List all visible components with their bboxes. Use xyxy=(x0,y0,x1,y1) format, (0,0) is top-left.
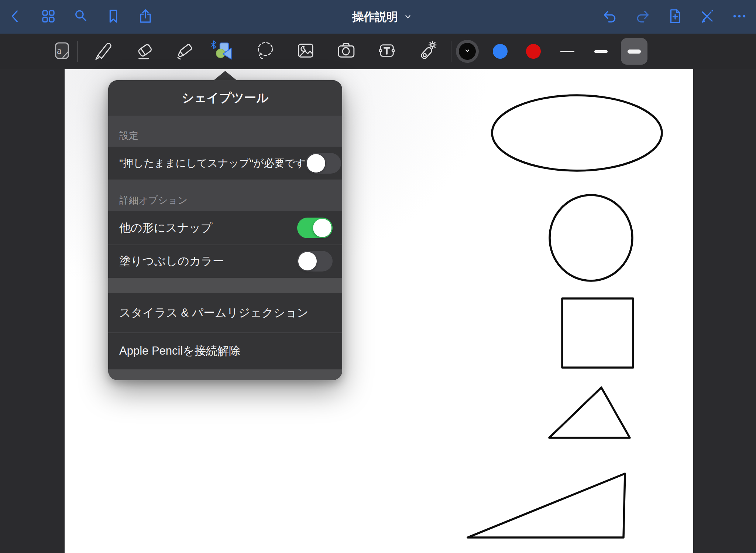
more-button[interactable] xyxy=(728,6,750,28)
shape-tool-popup: シェイプツール 設定 "押したままにしてスナップ"が必要です 詳細オプション 他… xyxy=(108,80,342,380)
thick-stroke-icon xyxy=(628,50,641,54)
row-label: "押したままにしてスナップ"が必要です xyxy=(119,156,306,170)
toolbar: a xyxy=(0,34,756,69)
thickness-thick-button[interactable] xyxy=(621,38,647,65)
toggle-knob xyxy=(298,252,317,270)
highlighter-icon xyxy=(174,40,195,63)
eraser-tool-button[interactable] xyxy=(133,39,157,64)
row-snap-to-other-shapes[interactable]: 他の形にスナップ xyxy=(108,211,342,245)
section-header-settings: 設定 xyxy=(108,116,342,147)
page-grid-button[interactable] xyxy=(37,6,59,28)
fill-color-toggle[interactable] xyxy=(297,251,333,272)
thickness-thin-button[interactable] xyxy=(554,38,581,65)
camera-icon xyxy=(336,40,357,63)
image-tool-button[interactable] xyxy=(293,39,318,64)
panel-mode-icon: a xyxy=(51,40,72,63)
popup-body: シェイプツール 設定 "押したままにしてスナップ"が必要です 詳細オプション 他… xyxy=(108,80,342,380)
chevron-down-icon xyxy=(404,10,412,24)
row-label: 他の形にスナップ xyxy=(119,220,212,236)
pen-icon xyxy=(92,40,113,63)
share-button[interactable] xyxy=(134,6,157,28)
shape-tool-button[interactable] xyxy=(209,39,234,64)
svg-text:a: a xyxy=(57,45,61,56)
search-button[interactable] xyxy=(70,6,92,28)
pen-tool-button[interactable] xyxy=(90,39,115,64)
text-tool-button[interactable] xyxy=(375,39,399,64)
page-grid-icon xyxy=(40,8,57,26)
action-disconnect-apple-pencil[interactable]: Apple Pencilを接続解除 xyxy=(108,332,342,369)
toolbar-separator xyxy=(451,41,451,62)
navbar: 操作説明 xyxy=(0,0,756,34)
laser-pointer-tool-button[interactable] xyxy=(415,39,440,64)
popup-arrow xyxy=(213,71,237,81)
document-title-button[interactable]: 操作説明 xyxy=(352,9,412,25)
shape-tool-icon xyxy=(211,40,232,63)
bookmark-button[interactable] xyxy=(102,6,124,28)
popup-footer xyxy=(108,369,342,380)
highlighter-tool-button[interactable] xyxy=(172,39,197,64)
bookmark-icon xyxy=(105,8,122,26)
canvas-area: シェイプツール 設定 "押したままにしてスナップ"が必要です 詳細オプション 他… xyxy=(0,69,756,553)
popup-title: シェイプツール xyxy=(108,80,342,116)
laser-pointer-icon xyxy=(417,40,438,63)
hold-to-snap-toggle[interactable] xyxy=(306,153,341,174)
toolbar-separator xyxy=(77,41,78,62)
undo-button[interactable] xyxy=(599,6,621,28)
eraser-icon xyxy=(134,40,155,63)
chevron-down-icon xyxy=(464,47,471,55)
add-page-button[interactable] xyxy=(664,6,686,28)
snap-to-other-shapes-toggle[interactable] xyxy=(297,218,333,238)
thickness-medium-button[interactable] xyxy=(588,38,614,65)
goodnotes-app: 操作説明 a xyxy=(0,0,756,553)
thin-stroke-icon xyxy=(560,51,574,52)
undo-icon xyxy=(601,8,618,26)
document-title: 操作説明 xyxy=(352,9,398,25)
ellipsis-icon xyxy=(731,8,748,26)
share-icon xyxy=(137,8,154,26)
lasso-tool-button[interactable] xyxy=(253,39,277,64)
readonly-mode-button[interactable] xyxy=(696,6,718,28)
panel-mode-button[interactable]: a xyxy=(49,39,74,64)
section-spacer xyxy=(108,278,342,293)
add-page-icon xyxy=(667,8,684,26)
action-stylus-palm-rejection[interactable]: スタイラス & パームリジェクション xyxy=(108,293,342,332)
toggle-knob xyxy=(307,154,325,173)
row-label: 塗りつぶしのカラー xyxy=(119,253,224,269)
row-fill-color[interactable]: 塗りつぶしのカラー xyxy=(108,245,342,278)
color-swatch-black[interactable] xyxy=(456,40,479,63)
search-icon xyxy=(72,8,89,26)
medium-stroke-icon xyxy=(594,50,608,53)
color-swatch-black-inner xyxy=(459,43,476,60)
row-hold-to-snap[interactable]: "押したままにしてスナップ"が必要です xyxy=(108,147,342,180)
redo-icon xyxy=(634,8,651,26)
redo-button[interactable] xyxy=(632,6,654,28)
back-button[interactable] xyxy=(4,6,27,28)
color-swatch-blue[interactable] xyxy=(493,44,508,59)
readonly-pen-icon xyxy=(699,8,716,26)
text-icon xyxy=(376,40,398,63)
image-icon xyxy=(295,40,316,63)
color-swatch-red[interactable] xyxy=(526,44,541,59)
section-header-advanced: 詳細オプション xyxy=(108,180,342,211)
toggle-knob xyxy=(313,219,331,237)
lasso-icon xyxy=(254,40,276,63)
camera-tool-button[interactable] xyxy=(334,39,358,64)
back-chevron-icon xyxy=(7,8,24,26)
